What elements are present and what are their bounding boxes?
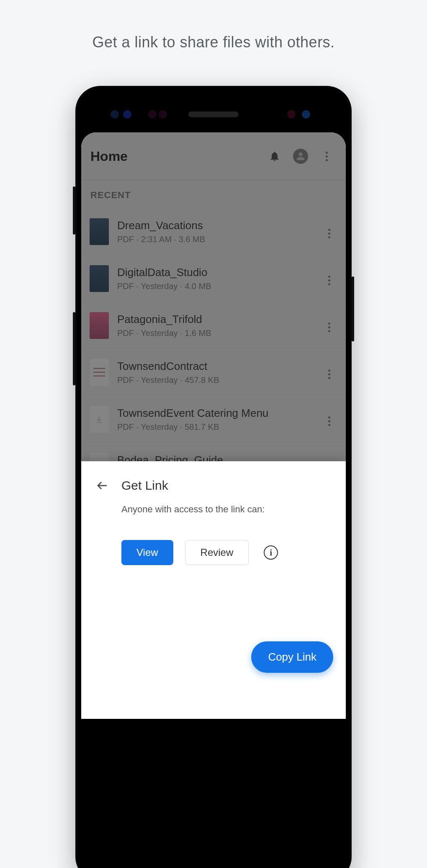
file-info: Patagonia_TrifoldPDF · Yesterday · 1.6 M…: [117, 313, 312, 338]
file-info: TownsendContractPDF · Yesterday · 457.8 …: [117, 360, 312, 385]
section-header-recent: RECENT: [81, 181, 346, 208]
file-meta: PDF · Yesterday · 457.8 KB: [117, 375, 312, 385]
profile-button[interactable]: [291, 146, 311, 166]
file-thumbnail: [90, 218, 109, 245]
phone-frame: Home RECENT Dream_VacationsPDF · 2:3: [75, 86, 352, 868]
review-option-button[interactable]: Review: [185, 540, 249, 565]
avatar-icon: [293, 149, 308, 164]
file-row[interactable]: TownsendContractPDF · Yesterday · 457.8 …: [81, 349, 346, 396]
file-name: Dream_Vacations: [117, 219, 312, 232]
more-vertical-icon: [326, 152, 328, 161]
back-button[interactable]: [94, 477, 111, 494]
phone-side-button: [73, 186, 75, 235]
sheet-subtitle: Anyone with access to the link can:: [121, 504, 333, 515]
copy-link-button[interactable]: Copy Link: [251, 641, 333, 673]
more-vertical-icon: [328, 369, 330, 379]
file-thumbnail: [90, 265, 109, 292]
more-vertical-icon: [328, 323, 330, 332]
phone-side-button: [73, 312, 75, 385]
info-button[interactable]: i: [264, 545, 278, 560]
more-vertical-icon: [328, 229, 330, 238]
file-name: Patagonia_Trifold: [117, 313, 312, 326]
phone-top-bezel: [81, 93, 346, 132]
file-overflow-button[interactable]: [321, 366, 337, 379]
page-title: Home: [90, 149, 259, 164]
file-overflow-button[interactable]: [321, 225, 337, 238]
phone-side-button: [352, 276, 354, 341]
view-option-button[interactable]: View: [121, 540, 173, 565]
arrow-left-icon: [96, 479, 108, 492]
file-overflow-button[interactable]: [321, 413, 337, 426]
file-row[interactable]: DigitalData_StudioPDF · Yesterday · 4.0 …: [81, 255, 346, 302]
more-vertical-icon: [328, 276, 330, 285]
download-icon: [95, 415, 104, 424]
bell-icon: [269, 150, 280, 162]
file-list: Dream_VacationsPDF · 2:31 AM · 3.6 MBDig…: [81, 208, 346, 490]
file-name: TownsendContract: [117, 360, 312, 373]
file-overflow-button[interactable]: [321, 319, 337, 332]
file-meta: PDF · Yesterday · 1.6 MB: [117, 328, 312, 338]
more-vertical-icon: [328, 416, 330, 426]
phone-screen: Home RECENT Dream_VacationsPDF · 2:3: [81, 132, 346, 719]
file-meta: PDF · Yesterday · 4.0 MB: [117, 282, 312, 291]
file-meta: PDF · 2:31 AM · 3.6 MB: [117, 235, 312, 244]
file-info: Dream_VacationsPDF · 2:31 AM · 3.6 MB: [117, 219, 312, 244]
promo-caption: Get a link to share files with others.: [0, 0, 427, 51]
file-name: DigitalData_Studio: [117, 266, 312, 279]
file-row[interactable]: Patagonia_TrifoldPDF · Yesterday · 1.6 M…: [81, 302, 346, 349]
info-icon: i: [270, 548, 273, 558]
file-thumbnail: [90, 312, 109, 339]
file-overflow-button[interactable]: [321, 272, 337, 285]
file-info: TownsendEvent Catering MenuPDF · Yesterd…: [117, 407, 312, 432]
notifications-button[interactable]: [265, 146, 285, 166]
file-meta: PDF · Yesterday · 581.7 KB: [117, 422, 312, 432]
file-row[interactable]: Dream_VacationsPDF · 2:31 AM · 3.6 MB: [81, 208, 346, 255]
file-thumbnail: [90, 359, 109, 386]
file-info: DigitalData_StudioPDF · Yesterday · 4.0 …: [117, 266, 312, 291]
permission-options: View Review i: [121, 540, 333, 565]
get-link-bottom-sheet: Get Link Anyone with access to the link …: [81, 461, 346, 719]
overflow-menu-button[interactable]: [316, 146, 337, 166]
file-row[interactable]: TownsendEvent Catering MenuPDF · Yesterd…: [81, 396, 346, 443]
file-thumbnail: [90, 406, 109, 433]
sheet-title: Get Link: [121, 478, 168, 493]
file-name: TownsendEvent Catering Menu: [117, 407, 312, 420]
app-header: Home: [81, 132, 346, 181]
